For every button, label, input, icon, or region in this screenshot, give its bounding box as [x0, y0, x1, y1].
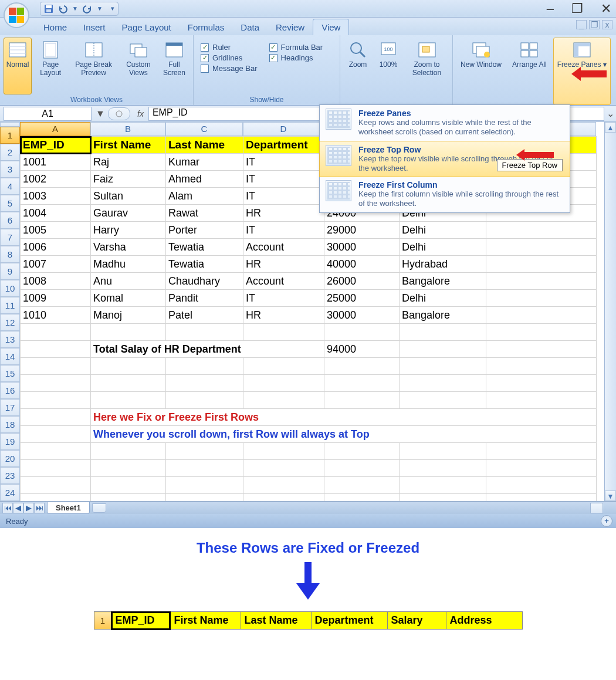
cell[interactable]: Komal — [91, 290, 166, 307]
cell[interactable] — [400, 460, 486, 477]
cell[interactable]: 29000 — [324, 222, 400, 239]
cell[interactable] — [91, 324, 166, 341]
tab-insert[interactable]: Insert — [75, 19, 114, 35]
cell[interactable] — [166, 358, 243, 375]
row-header-10[interactable]: 10 — [0, 280, 20, 297]
cell[interactable] — [91, 392, 166, 409]
formula-bar-checkbox[interactable]: ✓Formula Bar — [269, 43, 323, 52]
scroll-down-icon[interactable]: ▼ — [605, 490, 616, 501]
cell[interactable]: Here we Fix or Freeze First Rows — [91, 409, 597, 426]
scroll-up-icon[interactable]: ▲ — [605, 122, 616, 133]
zoom-button[interactable]: Zoom — [344, 38, 372, 105]
cell[interactable]: 1005 — [21, 222, 91, 239]
column-header-C[interactable]: C — [165, 122, 243, 136]
cell[interactable]: EMP_ID — [21, 137, 91, 154]
cell[interactable] — [21, 324, 91, 341]
row-header-4[interactable]: 4 — [0, 178, 20, 195]
tab-formulas[interactable]: Formulas — [180, 19, 233, 35]
cell[interactable] — [324, 358, 400, 375]
page-break-button[interactable]: Page Break Preview — [69, 38, 117, 94]
cell[interactable] — [21, 494, 91, 502]
doc-close[interactable]: x — [602, 20, 612, 29]
cell[interactable]: Tewatia — [166, 256, 243, 273]
cell[interactable]: 1003 — [21, 188, 91, 205]
cell[interactable]: 94000 — [324, 341, 400, 358]
zoom-to-selection-button[interactable]: Zoom to Selection — [405, 38, 449, 105]
tab-review[interactable]: Review — [268, 19, 313, 35]
redo-icon[interactable] — [83, 4, 92, 13]
undo-dropdown-icon[interactable]: ▼ — [72, 5, 78, 12]
cell[interactable]: Total Salay of HR Department — [91, 341, 324, 358]
column-header-D[interactable]: D — [243, 122, 324, 136]
cell[interactable] — [166, 460, 243, 477]
cell[interactable] — [91, 443, 166, 460]
cell[interactable]: IT — [243, 154, 324, 171]
cell[interactable] — [486, 273, 597, 290]
cell[interactable] — [243, 494, 324, 502]
cell[interactable]: Manoj — [91, 307, 166, 324]
cell[interactable] — [243, 358, 324, 375]
cell[interactable]: 30000 — [324, 307, 400, 324]
cell[interactable]: Sultan — [91, 188, 166, 205]
cell[interactable] — [166, 375, 243, 392]
redo-dropdown-icon[interactable]: ▼ — [97, 5, 103, 12]
cell[interactable] — [166, 494, 243, 502]
cell[interactable] — [91, 477, 166, 494]
row-header-9[interactable]: 9 — [0, 263, 20, 280]
cell[interactable] — [486, 256, 597, 273]
sheet-nav-prev-icon[interactable]: ◀ — [13, 503, 23, 513]
cell[interactable] — [243, 477, 324, 494]
cell[interactable] — [400, 341, 486, 358]
horizontal-scrollbar[interactable] — [590, 503, 603, 513]
cell[interactable]: 1007 — [21, 256, 91, 273]
cell[interactable]: Account — [243, 239, 324, 256]
full-screen-button[interactable]: Full Screen — [159, 38, 189, 94]
cell[interactable] — [486, 341, 597, 358]
cell[interactable]: Gaurav — [91, 205, 166, 222]
row-header-17[interactable]: 17 — [0, 399, 20, 416]
normal-view-button[interactable]: Normal — [4, 38, 32, 94]
cell[interactable] — [324, 494, 400, 502]
cell[interactable] — [166, 477, 243, 494]
gridlines-checkbox[interactable]: ✓Gridlines — [201, 53, 258, 62]
window-minimize[interactable]: – — [547, 1, 554, 16]
message-bar-checkbox[interactable]: Message Bar — [201, 64, 258, 73]
cell[interactable]: HR — [243, 205, 324, 222]
sheet-tab-sheet1[interactable]: Sheet1 — [47, 502, 90, 514]
cell[interactable] — [21, 392, 91, 409]
cell[interactable]: Department — [243, 137, 324, 154]
row-header-15[interactable]: 15 — [0, 365, 20, 382]
cell[interactable] — [486, 290, 597, 307]
new-sheet-button[interactable] — [92, 503, 106, 513]
cell[interactable]: IT — [243, 188, 324, 205]
cell[interactable]: Delhi — [400, 222, 486, 239]
doc-restore[interactable]: ❐ — [589, 20, 600, 29]
ruler-checkbox[interactable]: ✓Ruler — [201, 43, 258, 52]
select-all-corner[interactable] — [0, 122, 20, 127]
zoom-slider-icon[interactable]: + — [601, 515, 612, 527]
cell[interactable] — [324, 443, 400, 460]
cell[interactable]: 1001 — [21, 154, 91, 171]
row-header-7[interactable]: 7 — [0, 229, 20, 246]
cell[interactable]: Madhu — [91, 256, 166, 273]
cell[interactable] — [243, 460, 324, 477]
cell[interactable]: 1006 — [21, 239, 91, 256]
cell[interactable] — [486, 460, 597, 477]
tab-page-layout[interactable]: Page Layout — [114, 19, 180, 35]
row-header-14[interactable]: 14 — [0, 348, 20, 365]
cell[interactable] — [486, 239, 597, 256]
cell[interactable]: Last Name — [166, 137, 243, 154]
row-header-8[interactable]: 8 — [0, 246, 20, 263]
cell[interactable]: 1008 — [21, 273, 91, 290]
cell[interactable] — [243, 324, 324, 341]
cell[interactable]: 1004 — [21, 205, 91, 222]
headings-checkbox[interactable]: ✓Headings — [269, 53, 323, 62]
cell[interactable]: IT — [243, 222, 324, 239]
cell[interactable]: Pandit — [166, 290, 243, 307]
cell[interactable] — [166, 392, 243, 409]
cell[interactable]: Tewatia — [166, 239, 243, 256]
cell[interactable] — [91, 358, 166, 375]
cell[interactable]: 30000 — [324, 239, 400, 256]
cell[interactable]: First Name — [91, 137, 166, 154]
cell[interactable] — [486, 392, 597, 409]
